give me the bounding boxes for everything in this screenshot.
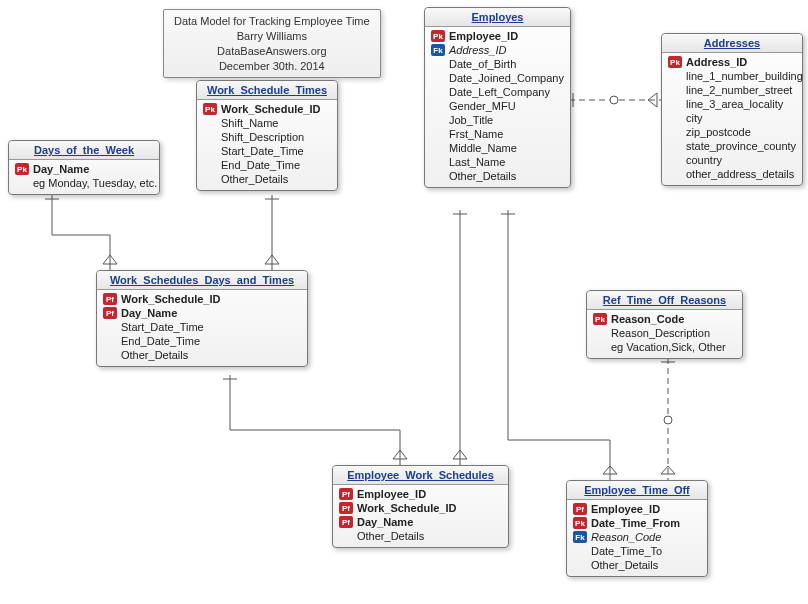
svg-point-1 [664,416,672,424]
entity-work-schedule-times[interactable]: Work_Schedule_Times PkWork_Schedule_IDSh… [196,80,338,191]
attribute-row: eg Vacation,Sick, Other [589,340,740,354]
attribute-row: Date_Left_Company [427,85,568,99]
attribute-name: Day_Name [357,516,413,528]
entity-title: Work_Schedules_Days_and_Times [97,271,307,290]
attribute-name: Address_ID [686,56,747,68]
attribute-name: eg Vacation,Sick, Other [611,341,726,353]
key-spacer [431,100,445,112]
entity-employes[interactable]: Employes PkEmployee_IDFkAddress_IDDate_o… [424,7,571,188]
attribute-row: line_1_number_building [664,69,800,83]
attribute-row: Frst_Name [427,127,568,141]
attribute-name: city [686,112,703,124]
attribute-row: line_3_area_locality [664,97,800,111]
fk-key-icon: Fk [573,531,587,543]
key-spacer [431,128,445,140]
attribute-name: Frst_Name [449,128,503,140]
attribute-name: Shift_Name [221,117,278,129]
diagram-info-box: Data Model for Tracking Employee Time Ba… [163,9,381,78]
pf-key-icon: Pf [339,502,353,514]
entity-days-of-the-week[interactable]: Days_of_the_Week PkDay_Nameeg Monday, Tu… [8,140,160,195]
key-spacer [668,112,682,124]
attribute-name: Day_Name [33,163,89,175]
attribute-row: Other_Details [99,348,305,362]
attribute-name: state_province_county [686,140,796,152]
attribute-name: Address_ID [449,44,506,56]
key-spacer [668,126,682,138]
attribute-name: Date_Left_Company [449,86,550,98]
pk-key-icon: Pk [431,30,445,42]
attribute-row: Shift_Description [199,130,335,144]
entity-title: Days_of_the_Week [9,141,159,160]
attribute-row: Reason_Description [589,326,740,340]
attribute-row: eg Monday, Tuesday, etc. [11,176,157,190]
info-line-4: December 30th. 2014 [174,59,370,74]
pk-key-icon: Pk [15,163,29,175]
attribute-row: Gender_MFU [427,99,568,113]
attribute-row: Job_Title [427,113,568,127]
pk-key-icon: Pk [573,517,587,529]
attribute-name: Last_Name [449,156,505,168]
attribute-row: PkEmployee_ID [427,29,568,43]
attribute-row: other_address_details [664,167,800,181]
attribute-row: PfWork_Schedule_ID [99,292,305,306]
key-spacer [103,321,117,333]
key-spacer [103,349,117,361]
entity-work-schedules-days-and-times[interactable]: Work_Schedules_Days_and_Times PfWork_Sch… [96,270,308,367]
attribute-name: Job_Title [449,114,493,126]
attribute-row: Last_Name [427,155,568,169]
key-spacer [668,70,682,82]
key-spacer [203,131,217,143]
attribute-name: Other_Details [591,559,658,571]
attribute-row: Date_of_Birth [427,57,568,71]
attribute-name: eg Monday, Tuesday, etc. [33,177,157,189]
attribute-name: Date_Joined_Company [449,72,564,84]
attribute-name: Day_Name [121,307,177,319]
pf-key-icon: Pf [103,307,117,319]
key-spacer [668,140,682,152]
attribute-row: PkReason_Code [589,312,740,326]
entity-employee-time-off[interactable]: Employee_Time_Off PfEmployee_IDPkDate_Ti… [566,480,708,577]
pf-key-icon: Pf [573,503,587,515]
attribute-name: Shift_Description [221,131,304,143]
pf-key-icon: Pf [339,516,353,528]
info-line-1: Data Model for Tracking Employee Time [174,14,370,29]
attribute-row: city [664,111,800,125]
attribute-name: Work_Schedule_ID [121,293,220,305]
svg-point-0 [610,96,618,104]
pk-key-icon: Pk [668,56,682,68]
attribute-row: Other_Details [335,529,506,543]
attribute-name: Gender_MFU [449,100,516,112]
attribute-name: country [686,154,722,166]
entity-employee-work-schedules[interactable]: Employee_Work_Schedules PfEmployee_IDPfW… [332,465,509,548]
info-line-3: DataBaseAnswers.org [174,44,370,59]
attribute-name: Work_Schedule_ID [357,502,456,514]
attribute-name: Other_Details [121,349,188,361]
attribute-row: country [664,153,800,167]
attribute-row: PkDay_Name [11,162,157,176]
attribute-name: Other_Details [221,173,288,185]
attribute-name: End_Date_Time [221,159,300,171]
attribute-row: Date_Time_To [569,544,705,558]
entity-addresses[interactable]: Addresses PkAddress_IDline_1_number_buil… [661,33,803,186]
fk-key-icon: Fk [431,44,445,56]
attribute-row: zip_postcode [664,125,800,139]
entity-title: Addresses [662,34,802,53]
pk-key-icon: Pk [203,103,217,115]
attribute-row: Start_Date_Time [199,144,335,158]
info-line-2: Barry Williams [174,29,370,44]
key-spacer [431,156,445,168]
entity-title: Ref_Time_Off_Reasons [587,291,742,310]
attribute-name: Work_Schedule_ID [221,103,320,115]
attribute-row: PfEmployee_ID [569,502,705,516]
attribute-row: Shift_Name [199,116,335,130]
attribute-row: PfWork_Schedule_ID [335,501,506,515]
attribute-name: Date_Time_From [591,517,680,529]
attribute-row: Other_Details [199,172,335,186]
attribute-row: FkAddress_ID [427,43,568,57]
key-spacer [668,168,682,180]
attribute-row: PfDay_Name [99,306,305,320]
attribute-name: End_Date_Time [121,335,200,347]
attribute-row: Middle_Name [427,141,568,155]
attribute-row: Date_Joined_Company [427,71,568,85]
entity-ref-time-off-reasons[interactable]: Ref_Time_Off_Reasons PkReason_CodeReason… [586,290,743,359]
